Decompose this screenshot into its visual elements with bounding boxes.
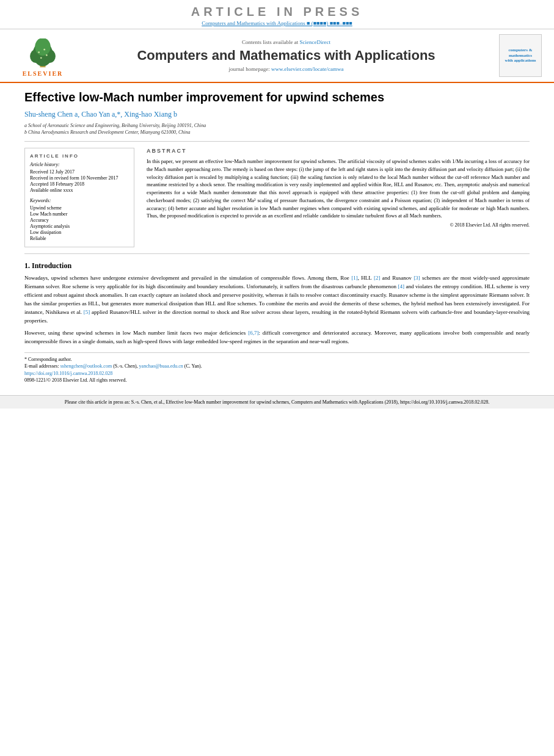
journal-info: Contents lists available at ScienceDirec… — [82, 39, 490, 72]
authors: Shu-sheng Chen a, Chao Yan a,*, Xing-hao… — [24, 110, 530, 119]
ref-1[interactable]: [1] — [351, 275, 358, 281]
journal-link-banner[interactable]: Computers and Mathematics with Applicati… — [0, 20, 554, 26]
corresponding-author-note: * Corresponding author. — [24, 357, 530, 362]
svg-point-6 — [43, 49, 45, 51]
article-in-press-text: ARTICLE IN PRESS — [0, 5, 554, 19]
article-info-box: ARTICLE INFO Article history: Received 1… — [24, 148, 134, 247]
journal-homepage-line: journal homepage: www.elsevier.com/locat… — [82, 66, 490, 72]
abstract-text: In this paper, we present an effective l… — [147, 158, 530, 220]
keyword-4: Asymptotic analysis — [30, 224, 129, 229]
section-divider-1 — [24, 141, 530, 142]
elsevier-logo: ELSEVIER — [12, 34, 73, 77]
affiliation-a: a School of Aeronautic Science and Engin… — [24, 123, 530, 128]
thumb-title: computers &mathematicswith applications — [505, 48, 536, 63]
journal-thumbnail: computers &mathematicswith applications — [499, 34, 542, 77]
email-1-name: (S.-s. Chen), — [113, 363, 137, 369]
email-2-name: (C. Yan). — [184, 363, 202, 369]
main-content: Effective low-Mach number improvement fo… — [0, 83, 554, 389]
homepage-label: journal homepage: — [229, 66, 270, 72]
keyword-6: Reliable — [30, 236, 129, 241]
article-info-header: ARTICLE INFO — [30, 153, 129, 159]
keyword-5: Low dissipation — [30, 230, 129, 235]
sciencedirect-link[interactable]: ScienceDirect — [300, 39, 330, 45]
ref-3[interactable]: [3] — [414, 275, 420, 281]
abstract-section: ABSTRACT In this paper, we present an ef… — [147, 148, 530, 247]
paper-title: Effective low-Mach number improvement fo… — [24, 89, 530, 105]
homepage-link[interactable]: www.elsevier.com/locate/camwa — [271, 66, 343, 72]
abstract-header: ABSTRACT — [147, 148, 530, 154]
svg-point-5 — [38, 51, 40, 53]
corresponding-author-label: * Corresponding author. — [24, 357, 72, 362]
email-2-link[interactable]: yanchao@buaa.edu.cn — [139, 363, 183, 369]
accepted-date: Accepted 18 February 2018 — [30, 181, 129, 187]
journal-header: ELSEVIER Contents lists available at Sci… — [0, 29, 554, 83]
intro-paragraph-1: Nowadays, upwind schemes have undergone … — [24, 274, 530, 325]
ref-5[interactable]: [5] — [84, 309, 90, 315]
issn-line: 0898-1221/© 2018 Elsevier Ltd. All right… — [24, 377, 530, 383]
copyright-line: © 2018 Elsevier Ltd. All rights reserved… — [147, 222, 530, 228]
elsevier-label: ELSEVIER — [23, 70, 64, 77]
svg-point-4 — [35, 38, 50, 56]
affiliation-b: b China Aerodynamics Research and Develo… — [24, 129, 530, 135]
info-abstract-columns: ARTICLE INFO Article history: Received 1… — [24, 148, 530, 247]
email-1-link[interactable]: sshengchen@outlook.com — [60, 363, 112, 369]
doi-line[interactable]: https://doi.org/10.1016/j.camwa.2018.02.… — [24, 371, 530, 376]
section-divider-2 — [24, 253, 530, 254]
svg-point-8 — [46, 54, 48, 56]
doi-link[interactable]: https://doi.org/10.1016/j.camwa.2018.02.… — [24, 371, 112, 376]
email-label: E-mail addresses: — [24, 363, 59, 369]
ref-4[interactable]: [4] — [398, 283, 404, 289]
intro-paragraph-2: However, using these upwind schemes in l… — [24, 329, 530, 346]
received-date: Received 12 July 2017 — [30, 169, 129, 175]
article-in-press-banner: ARTICLE IN PRESS Computers and Mathemati… — [0, 0, 554, 29]
section-intro-header: 1. Introduction — [24, 261, 530, 271]
sciencedirect-label: Contents lists available at — [242, 39, 298, 45]
email-note: E-mail addresses: sshengchen@outlook.com… — [24, 363, 530, 369]
ref-6-7[interactable]: [6,7] — [248, 330, 258, 336]
elsevier-tree-icon — [21, 38, 64, 69]
available-online: Available online xxxx — [30, 187, 129, 193]
revised-date: Received in revised form 10 November 201… — [30, 175, 129, 181]
svg-point-7 — [40, 57, 42, 59]
citation-text: Please cite this article in press as: S.… — [65, 399, 490, 405]
keyword-1: Upwind scheme — [30, 205, 129, 211]
journal-title-header: Computers and Mathematics with Applicati… — [82, 48, 490, 64]
footer-notes: * Corresponding author. E-mail addresses… — [24, 352, 530, 383]
keywords-section: Keywords: Upwind scheme Low Mach number … — [30, 198, 129, 241]
sciencedirect-line: Contents lists available at ScienceDirec… — [82, 39, 490, 45]
article-history-title: Article history: — [30, 162, 129, 167]
ref-2[interactable]: [2] — [374, 275, 381, 281]
keywords-title: Keywords: — [30, 198, 129, 203]
citation-bar: Please cite this article in press as: S.… — [0, 395, 554, 409]
keyword-2: Low Mach number — [30, 211, 129, 217]
author-names: Shu-sheng Chen a, Chao Yan a,*, Xing-hao… — [24, 110, 177, 118]
keyword-3: Accuracy — [30, 217, 129, 223]
